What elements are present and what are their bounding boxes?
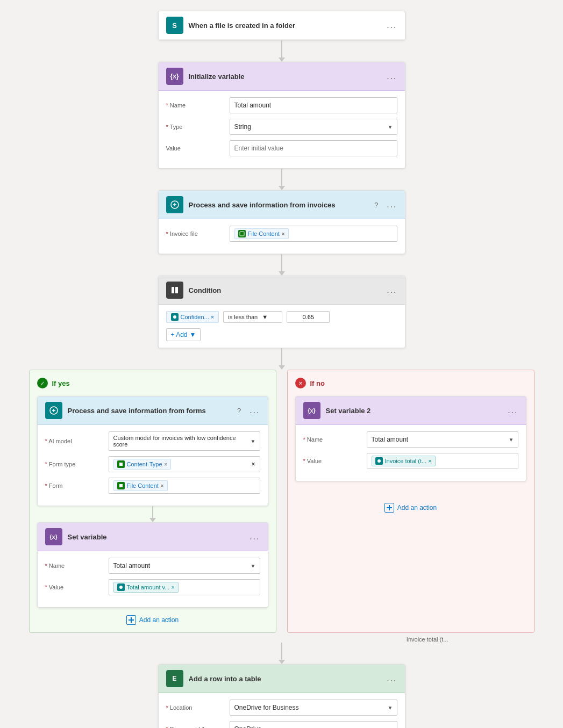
invoice-file-input[interactable]: File Content × <box>230 226 397 242</box>
branch-yes: ✓ If yes Process and save information fr… <box>29 370 276 633</box>
operator-chevron-icon: ▼ <box>262 314 268 320</box>
value-input[interactable] <box>230 140 397 156</box>
set-var-menu[interactable]: ... <box>250 532 260 542</box>
set-var-name-chevron-icon: ▼ <box>251 563 256 569</box>
no-label: If no <box>310 379 325 387</box>
file-content-tag-icon <box>238 230 246 237</box>
invoice-total-tooltip: Invoice total (t... <box>407 636 448 643</box>
set-variable-card: {x} Set variable ... Name Total amount ▼ <box>37 522 268 608</box>
condition-operator[interactable]: is less than ▼ <box>223 311 282 323</box>
content-type-tag: Content-Type × <box>113 459 172 470</box>
svg-rect-2 <box>172 287 174 293</box>
process-inv-menu[interactable]: ... <box>387 200 397 210</box>
tooltip-area: Invoice total (t... <box>29 633 535 643</box>
no-add-action-icon <box>384 503 394 513</box>
svg-rect-10 <box>129 619 134 621</box>
set-var2-value-input[interactable]: Invoice total (t... × <box>367 453 518 469</box>
form-file-content-tag: File Content × <box>113 480 168 491</box>
init-var-menu[interactable]: ... <box>387 71 397 81</box>
process-forms-menu[interactable]: ... <box>250 406 260 415</box>
set-var-name-label: Name <box>45 563 104 569</box>
yes-add-action-btn[interactable]: Add an action <box>37 615 268 625</box>
branch-no: ✕ If no {x} Set variable 2 ... Name <box>287 370 535 633</box>
svg-rect-6 <box>119 463 123 466</box>
form-input[interactable]: File Content × <box>109 478 260 494</box>
process-inv-help[interactable]: ? <box>374 201 378 209</box>
invoice-total-tag-icon <box>375 457 383 465</box>
svg-rect-7 <box>119 484 123 487</box>
process-forms-help[interactable]: ? <box>237 407 241 415</box>
excel-icon: E <box>166 670 183 687</box>
arrow-5 <box>279 643 285 664</box>
ai-model-select-wrapper: Custom model for invoices with low confi… <box>109 431 260 451</box>
file-content-tag: File Content × <box>234 228 289 239</box>
condition-tag-icon <box>171 313 179 321</box>
yes-icon: ✓ <box>37 378 48 388</box>
add-row-title: Add a row into a table <box>189 675 382 683</box>
set-var2-value-label: Value <box>303 458 362 464</box>
form-label: Form <box>45 482 104 489</box>
value-label: Value <box>166 145 225 152</box>
location-wrapper: OneDrive for Business ▼ <box>230 700 397 716</box>
set-var-name-select[interactable]: Total amount ▼ <box>109 558 260 574</box>
set-var-icon: {x} <box>45 528 62 545</box>
form-file-remove[interactable]: × <box>161 483 164 489</box>
svg-rect-1 <box>240 232 244 236</box>
trigger-icon: S <box>166 17 183 34</box>
ai-model-label: AI model <box>45 438 104 444</box>
total-amount-tag: Total amount v... × <box>113 582 179 593</box>
doc-library-chevron-icon: ▼ <box>388 726 393 729</box>
set-var2-title: Set variable 2 <box>326 407 503 415</box>
type-select-wrapper: String ▼ <box>230 119 397 135</box>
file-content-remove[interactable]: × <box>282 231 285 237</box>
type-select[interactable]: String ▼ <box>230 119 397 135</box>
process-invoices-card: Process and save information from invoic… <box>158 190 405 254</box>
condition-value-input[interactable] <box>287 311 330 323</box>
location-select[interactable]: OneDrive for Business ▼ <box>230 700 397 716</box>
content-type-tag-icon <box>117 460 125 468</box>
condition-menu[interactable]: ... <box>387 285 397 295</box>
form-type-input[interactable]: Content-Type × × <box>109 456 260 472</box>
content-type-remove[interactable]: × <box>165 462 168 467</box>
form-type-label: Form type <box>45 461 104 467</box>
condition-title: Condition <box>189 286 382 294</box>
yes-label: If yes <box>52 379 70 387</box>
ai-model-chevron-icon: ▼ <box>251 438 256 444</box>
set-var-title: Set variable <box>68 533 245 541</box>
init-var-title: Initialize variable <box>189 73 382 81</box>
doc-library-label: Document Library <box>166 726 225 728</box>
no-add-action-btn[interactable]: Add an action <box>295 503 526 513</box>
set-var2-menu[interactable]: ... <box>508 406 518 415</box>
type-chevron-icon: ▼ <box>388 124 393 130</box>
set-var2-icon: {x} <box>303 402 320 419</box>
process-forms-title: Process and save information from forms <box>68 407 232 415</box>
ai-model-select[interactable]: Custom model for invoices with low confi… <box>109 431 260 451</box>
process-forms-icon <box>45 402 62 419</box>
svg-rect-3 <box>175 287 178 293</box>
doc-library-select[interactable]: OneDrive ▼ <box>230 721 397 728</box>
trigger-card: S When a file is created in a folder ... <box>158 11 405 40</box>
invoice-file-label: Invoice file <box>166 230 225 237</box>
add-row-menu[interactable]: ... <box>387 674 397 683</box>
set-var2-name-chevron-icon: ▼ <box>509 437 514 443</box>
branch-container: ✓ If yes Process and save information fr… <box>29 370 535 633</box>
trigger-menu[interactable]: ... <box>387 20 397 30</box>
svg-point-8 <box>119 586 123 589</box>
add-row-card: E Add a row into a table ... Location On… <box>158 664 405 728</box>
set-var2-name-select[interactable]: Total amount ▼ <box>367 431 518 448</box>
name-input[interactable] <box>230 97 397 113</box>
condition-card: Condition ... Confiden... × is less than… <box>158 276 405 348</box>
svg-rect-13 <box>387 507 392 508</box>
set-var-value-input[interactable]: Total amount v... × <box>109 579 260 595</box>
set-variable2-card: {x} Set variable 2 ... Name Total amount… <box>295 396 526 481</box>
trigger-title: When a file is created in a folder <box>189 21 382 30</box>
process-inv-icon <box>166 196 183 213</box>
arrow-4 <box>279 348 285 370</box>
set-var2-name-label: Name <box>303 436 362 443</box>
no-icon: ✕ <box>295 378 306 388</box>
condition-add-btn[interactable]: + Add ▼ <box>166 328 201 341</box>
arrow-branch-yes <box>37 506 268 522</box>
condition-icon <box>166 282 183 299</box>
yes-add-action-icon <box>126 615 136 625</box>
form-type-clear[interactable]: × <box>251 460 255 468</box>
